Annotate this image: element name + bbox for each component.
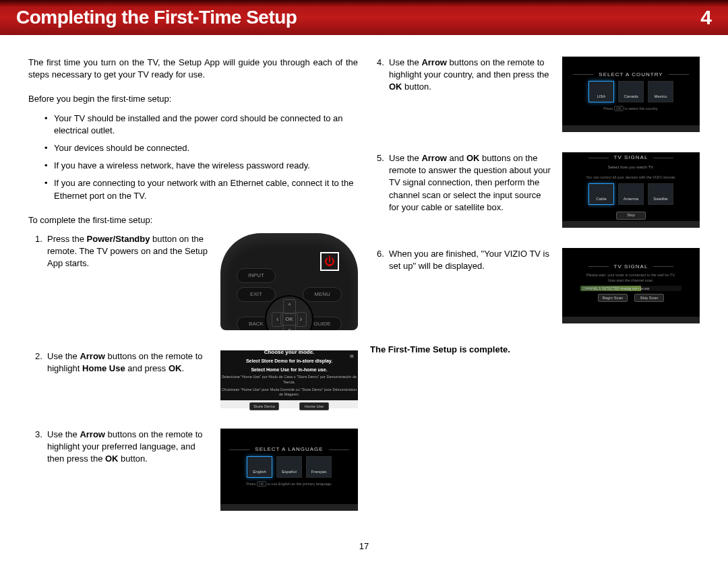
mode-dialog-image: ▦ Choose your mode. Select Store Demo fo… — [220, 350, 358, 408]
hint: Press OK to select the country. — [603, 106, 658, 112]
intro-text: The first time you turn on the TV, the S… — [28, 57, 358, 81]
left-column: The first time you turn on the TV, the S… — [28, 57, 358, 531]
menu-button: MENU — [303, 287, 342, 302]
begin-scan-button: Begin Scan — [598, 294, 628, 302]
completion-text: The First-Time Setup is complete. — [370, 344, 700, 356]
tv-title: SELECT A COUNTRY — [599, 71, 663, 78]
step-number: 5. — [370, 152, 380, 228]
lang-tile-espanol: Español — [276, 456, 302, 478]
step-3: 3. Use the Arrow buttons on the remote t… — [28, 429, 358, 511]
before-heading: Before you begin the first-time setup: — [28, 93, 358, 105]
page-number: 17 — [0, 540, 728, 553]
step-number: 6. — [370, 248, 380, 323]
right-column: 4. Use the Arrow buttons on the remote t… — [370, 57, 700, 531]
language-screen-image: SELECT A LANGUAGE English Español França… — [220, 429, 358, 511]
country-tile-mexico: Mexico — [648, 81, 673, 102]
store-demo-button: Store Demo — [249, 402, 279, 410]
step-text: Press the Power/Standby button on the re… — [47, 233, 211, 330]
steps-right: 4. Use the Arrow buttons on the remote t… — [370, 57, 700, 323]
step-4: 4. Use the Arrow buttons on the remote t… — [370, 57, 700, 132]
complete-heading: To complete the first-time setup: — [28, 214, 358, 226]
mode-line1: Choose your mode. — [264, 348, 315, 356]
scan-screen-image: TV SIGNAL Please wait: your tuner is con… — [562, 248, 700, 323]
progress-bar: CHANNELS DETECTED Analog xxx • xx.xxx — [580, 286, 681, 291]
power-icon: ⏻ — [324, 254, 335, 269]
step-5: 5. Use the Arrow and OK buttons on the r… — [370, 152, 700, 228]
list-item: Your TV should be installed and the powe… — [44, 113, 358, 137]
step-number: 2. — [28, 350, 38, 408]
signal-screen-image: TV SIGNAL Select how you watch TV. You c… — [562, 152, 700, 228]
signal-tile-cable: Cable — [588, 183, 614, 205]
steps-left: 1. Press the Power/Standby button on the… — [28, 233, 358, 511]
list-item: If you have a wireless network, have the… — [44, 160, 358, 172]
input-button: INPUT — [237, 268, 276, 283]
tv-title: SELECT A LANGUAGE — [255, 445, 323, 453]
power-button-highlight: ⏻ — [320, 252, 339, 271]
step-number: 3. — [28, 429, 38, 511]
mode-line4b: Choisissez "Home Use" pour Mode Domicile… — [220, 387, 358, 398]
step-text: When you are finished, "Your VIZIO TV is… — [389, 248, 553, 323]
tv-title: TV SIGNAL — [614, 154, 648, 161]
mode-line4a: Seleccione "Home Use" por Modo de Casa o… — [220, 375, 358, 385]
skip-scan-button: Skip Scan — [634, 294, 664, 302]
step-number: 4. — [370, 57, 380, 132]
list-item: If you are connecting to your network wi… — [44, 177, 358, 201]
step-2: 2. Use the Arrow buttons on the remote t… — [28, 350, 358, 408]
chevron-left-icon: ‹ — [272, 312, 283, 327]
chevron-down-icon: ˅ — [283, 325, 296, 330]
tv-sub2: You can control all your devices with th… — [586, 175, 676, 181]
chapter-banner: Completing the First-Time Setup 4 — [0, 0, 728, 35]
lang-tile-english: English — [247, 456, 272, 478]
tv-title: TV SIGNAL — [614, 263, 648, 270]
step-number: 1. — [28, 233, 38, 330]
home-use-button: Home Use — [299, 402, 329, 410]
scan-line1: Please wait: your tuner is connected to … — [586, 273, 675, 278]
skip-button: Skip — [616, 212, 646, 220]
exit-button: EXIT — [237, 287, 276, 302]
step-1: 1. Press the Power/Standby button on the… — [28, 233, 358, 330]
country-tile-canada: Canada — [618, 81, 644, 102]
step-text: Use the Arrow buttons on the remote to h… — [47, 350, 211, 408]
mode-line2: Select Store Demo for in-store display. — [246, 358, 332, 365]
step-text: Use the Arrow buttons on the remote to h… — [47, 429, 211, 511]
prereq-list: Your TV should be installed and the powe… — [28, 113, 358, 202]
tv-sub: Select how you watch TV. — [608, 164, 654, 170]
step-text: Use the Arrow and OK buttons on the remo… — [389, 152, 553, 228]
page-title: Completing the First-Time Setup — [16, 4, 297, 30]
step-text: Use the Arrow buttons on the remote to h… — [389, 57, 553, 132]
step-6: 6. When you are finished, "Your VIZIO TV… — [370, 248, 700, 323]
lang-tile-francais: Français — [306, 456, 332, 478]
signal-tile-antenna: Antenna — [618, 183, 644, 205]
remote-image: ⏻ INPUT EXIT MENU BACK GUIDE ‹ OK › ˄ — [220, 233, 358, 330]
country-screen-image: SELECT A COUNTRY USA Canada Mexico Press… — [562, 57, 700, 132]
energy-badge: ▦ — [350, 353, 354, 358]
hint: Press OK to use English as the primary l… — [246, 482, 332, 487]
scan-line2: Now start the channel scan. — [608, 278, 654, 284]
signal-tile-satellite: Satellite — [648, 183, 673, 205]
content-area: The first time you turn on the TV, the S… — [0, 35, 728, 538]
country-tile-usa: USA — [588, 81, 614, 102]
chevron-up-icon: ˄ — [283, 299, 296, 314]
list-item: Your devices should be connected. — [44, 142, 358, 154]
chapter-number: 4 — [700, 3, 712, 32]
chevron-right-icon: › — [295, 312, 307, 327]
mode-line3: Select Home Use for in-home use. — [251, 367, 327, 373]
